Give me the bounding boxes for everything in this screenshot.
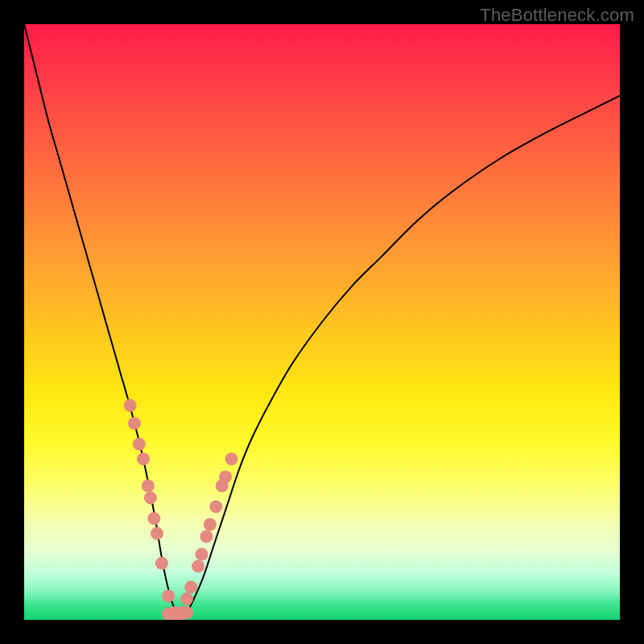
data-point-marker <box>204 518 217 531</box>
plot-area <box>24 24 620 620</box>
data-point-marker <box>219 470 232 483</box>
watermark-text: TheBottleneck.com <box>480 5 634 26</box>
data-point-marker <box>196 548 208 561</box>
data-point-marker <box>124 399 137 412</box>
data-markers <box>124 399 238 620</box>
data-point-marker <box>133 438 146 451</box>
bottleneck-curve <box>24 24 620 615</box>
chart-frame: TheBottleneck.com <box>0 0 644 644</box>
data-point-marker <box>144 491 157 504</box>
data-point-marker <box>137 452 150 465</box>
data-point-marker <box>180 592 193 605</box>
data-point-marker <box>151 527 163 540</box>
data-point-marker <box>200 530 213 543</box>
data-point-marker <box>184 580 197 593</box>
data-point-marker <box>192 559 204 572</box>
data-point-marker <box>225 452 238 465</box>
data-point-marker <box>162 589 175 602</box>
chart-svg-layer <box>24 24 620 620</box>
data-point-marker <box>155 557 168 570</box>
data-point-marker <box>180 606 193 619</box>
data-point-marker <box>142 480 155 493</box>
data-point-marker <box>128 417 141 430</box>
data-point-marker <box>147 512 160 525</box>
data-point-marker <box>209 500 222 513</box>
